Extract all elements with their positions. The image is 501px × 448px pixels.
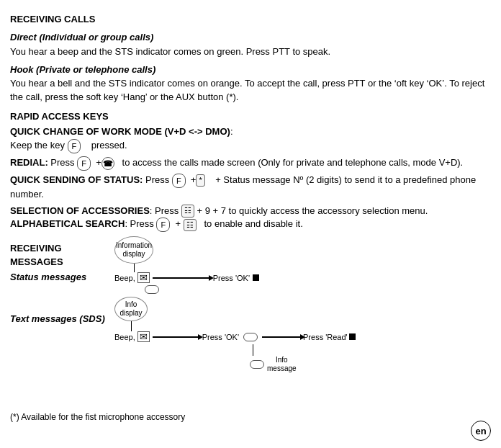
sds-messages-diagram: Infodisplay Beep, ✉ (114, 297, 491, 373)
envelope-icon-sds: ✉ (137, 331, 150, 342)
footnote: (*) Available for the fist microphone ac… (10, 411, 185, 424)
beep-label-status: Beep, (114, 274, 135, 282)
press-ok-label-sds: Press 'OK' (202, 333, 239, 341)
press-read-label-sds: Press 'Read' (303, 333, 348, 341)
v-connector-status (134, 264, 135, 272)
language-label: en (475, 426, 486, 436)
f-key-status: F (172, 174, 186, 188)
hook-heading: Hook (Private or telephone calls) (10, 63, 491, 77)
info-display-label: Informationdisplay (116, 241, 152, 259)
end-square-sds (349, 333, 356, 340)
f-key-redial: F (77, 156, 91, 171)
receiving-messages-section: RECEIVING MESSAGES Status messages Infor… (10, 236, 491, 373)
arrow-head-sds1 (198, 334, 203, 340)
info-display-bubble-sds: Infodisplay (114, 297, 148, 321)
menu-key: ☷ (181, 205, 194, 217)
status-messages-diagram: Informationdisplay Beep, ✉ (114, 236, 491, 294)
rapid-access-heading: RAPID ACCESS KEYS (10, 110, 491, 124)
receiving-messages-heading: RECEIVING MESSAGES (10, 242, 114, 269)
f-key-alpha: F (156, 218, 170, 232)
arrow-head-sds2 (300, 334, 305, 340)
envelope-icon-status: ✉ (137, 272, 150, 283)
info-display-label-sds: Infodisplay (119, 300, 142, 318)
keep-key-text: Keep the key F pressed. (10, 140, 127, 151)
redial-label: REDIAL: (10, 157, 48, 168)
redial-line: REDIAL: Press F +☎ to access the calls m… (10, 156, 491, 171)
direct-heading: Direct (Individual or group calls) (10, 31, 491, 45)
language-badge: en (471, 421, 491, 441)
quick-change-label: QUICK CHANGE OF WORK MODE (V+D <-> DMO) (10, 126, 230, 137)
small-oval-sds1 (243, 333, 258, 341)
quick-sending-line: QUICK SENDING OF STATUS: Press F +* + St… (10, 174, 491, 202)
phone-key: ☎ (101, 157, 114, 170)
page-title: RECEIVING CALLS (10, 13, 491, 27)
f-key: F (68, 139, 81, 153)
arrow-head-status (209, 275, 214, 281)
info-message-label: Infomessage (267, 356, 297, 373)
sds-flow-row: Beep, ✉ Press 'OK' (114, 331, 356, 342)
info-message-bubble: Infomessage (250, 356, 297, 373)
status-messages-label: Status messages (10, 271, 114, 285)
selection-label: SELECTION OF ACCESSORIES (10, 205, 150, 216)
arrow-line-sds2 (262, 336, 302, 338)
info-display-bubble: Informationdisplay (114, 236, 153, 264)
small-oval-sds2 (250, 360, 264, 369)
v-connector-sds (131, 321, 132, 331)
status-flow-row: Beep, ✉ Press 'OK' (114, 272, 259, 283)
info-message-area (253, 344, 253, 356)
beep-label-sds: Beep, (114, 333, 135, 341)
text-messages-label: Text messages (SDS) (10, 313, 114, 326)
quick-change-line: QUICK CHANGE OF WORK MODE (V+D <-> DMO):… (10, 125, 491, 153)
selection-line: SELECTION OF ACCESSORIES: Press ☷ + 9 + … (10, 205, 491, 233)
hook-body: You hear a bell and the STS indicator co… (10, 77, 491, 104)
page-container: RECEIVING CALLS Direct (Individual or gr… (10, 13, 491, 373)
quick-sending-label: QUICK SENDING OF STATUS: (10, 174, 143, 185)
press-ok-label-status: Press 'OK' (213, 274, 250, 282)
v-line-info-msg (253, 344, 253, 356)
arrow-line-sds1 (153, 336, 199, 338)
menu-key2: ☷ (184, 219, 197, 231)
star-key: * (196, 174, 204, 187)
end-square-status (253, 274, 259, 281)
direct-body: You hear a beep and the STS indicator co… (10, 45, 491, 59)
small-oval-status (145, 285, 159, 294)
arrow-line-status (153, 277, 210, 279)
alpha-label: ALPHABETICAL SEARCH (10, 219, 125, 230)
